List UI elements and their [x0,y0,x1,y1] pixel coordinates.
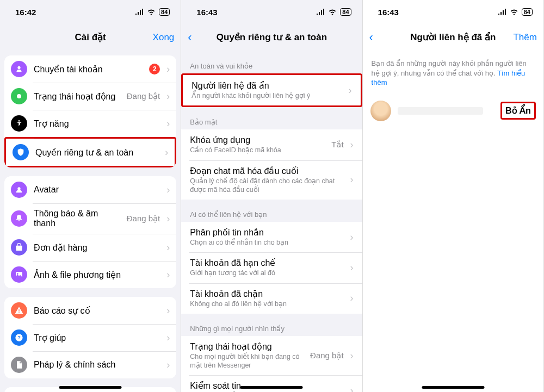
row-value: Đang bật [310,351,344,360]
section-visibility: Trạng thái hoạt động Cho mọi người biết … [181,336,362,392]
accessibility-row[interactable]: Trợ năng › [4,110,176,137]
row-label: Chuyển tài khoản [34,64,143,74]
row-label: Pháp lý & chính sách [34,360,160,370]
hidden-contacts-content: Bạn đã ẩn những người này khỏi phần ngườ… [363,51,543,392]
row-sub: Không cho ai đó liên hệ với bạn [190,300,343,308]
chevron-right-icon: › [166,332,170,344]
row-sub: Cho mọi người biết khi bạn đang có mặt t… [190,352,304,370]
chevron-right-icon: › [350,232,354,243]
switch-account-icon [11,61,27,77]
home-indicator[interactable] [422,386,484,389]
row-value: Đang bật [127,91,160,101]
help-row[interactable]: ? Trợ giúp › [4,324,176,351]
page-title: Người liên hệ đã ẩn [410,32,496,43]
row-label: Báo cáo sự cố [34,306,160,316]
report-issue-row[interactable]: Báo cáo sự cố › [4,297,176,324]
section-header: Những gì mọi người nhìn thấy [181,314,362,336]
row-label: Phân phối tin nhắn [190,227,343,238]
blocked-accounts-row[interactable]: Tài khoản đã chặn Không cho ai đó liên h… [181,283,362,314]
home-indicator[interactable] [59,386,122,389]
privacy-safety-row[interactable]: Quyền riêng tư & an toàn › [4,137,176,167]
row-label: Trạng thái hoạt động [34,91,120,102]
status-indicators: 84 [135,8,170,16]
status-time: 16:42 [15,8,36,17]
status-bar: 16:42 84 [0,0,181,24]
home-indicator[interactable] [240,386,303,389]
chevron-right-icon: › [166,359,170,371]
contact-avatar[interactable] [370,101,391,121]
settings-group-3: Báo cáo sự cố › ? Trợ giúp › Pháp lý & c… [4,297,176,378]
active-status-vis-row[interactable]: Trạng thái hoạt động Cho mọi người biết … [181,336,362,376]
restricted-accounts-row[interactable]: Tài khoản đã hạn chế Giới hạn tương tác … [181,252,362,283]
media-icon [11,266,27,283]
unhide-button[interactable]: Bỏ Ẩn [500,102,536,120]
story-control-row[interactable]: Kiểm soát tin Chọn ai có thể xem tin của… [181,375,362,392]
app-lock-row[interactable]: Khóa ứng dụng Cần có FaceID hoặc mã khóa… [181,129,362,160]
row-sub: Cần có FaceID hoặc mã khóa [190,146,325,154]
settings-content: Chuyển tài khoản 2 › Trạng thái hoạt độn… [0,51,181,392]
section-security: Khóa ứng dụng Cần có FaceID hoặc mã khóa… [181,129,362,200]
signal-icon [498,8,506,16]
chevron-right-icon: › [166,242,170,253]
chevron-right-icon: › [350,293,354,304]
help-icon: ? [11,329,27,346]
chevron-left-icon: ‹ [188,30,191,45]
e2e-chats-row[interactable]: Đoạn chat mã hóa đầu cuối Quản lý chế độ… [181,160,362,200]
row-value: Đang bật [127,214,160,223]
svg-point-1 [18,120,20,122]
svg-point-2 [17,187,20,190]
wifi-icon [510,8,518,16]
signal-icon [135,8,144,16]
row-label: Đoạn chat mã hóa đầu cuối [190,166,343,176]
wifi-icon [147,8,156,16]
svg-text:?: ? [17,335,21,340]
back-button[interactable]: ‹ [363,24,380,51]
message-delivery-row[interactable]: Phân phối tin nhắn Chọn ai có thể nhắn t… [181,222,362,252]
avatar-row[interactable]: Avatar › [4,176,176,203]
wifi-icon [328,8,337,16]
row-label: Thông báo & âm thanh [34,209,120,228]
active-status-row[interactable]: Trạng thái hoạt động Đang bật › [4,83,176,110]
status-bar: 16:43 84 [363,0,543,24]
settings-group-2: Avatar › Thông báo & âm thanh Đang bật ›… [4,176,176,288]
chevron-right-icon: › [350,262,354,273]
back-button[interactable]: ‹ [181,24,198,51]
battery-icon: 84 [522,8,533,16]
switch-account-row[interactable]: Chuyển tài khoản 2 › [4,55,176,83]
row-label: Trạng thái hoạt động [190,341,304,352]
page-title: Quyền riêng tư & an toàn [217,32,327,43]
svg-point-4 [17,273,18,275]
status-time: 16:43 [378,8,399,17]
row-label: Trợ năng [34,119,160,129]
legal-row[interactable]: Pháp lý & chính sách › [4,351,176,378]
nav-header: ‹ Quyền riêng tư & an toàn [181,24,362,51]
hidden-contacts-screen: 16:43 84 ‹ Người liên hệ đã ẩn Thêm Bạn … [363,0,544,392]
nav-header: ‹ Người liên hệ đã ẩn Thêm [363,24,543,51]
hidden-contacts-row[interactable]: Người liên hệ đã ẩn Ẩn người khác khỏi n… [181,73,362,107]
row-value: Tắt [331,140,343,150]
chevron-right-icon: › [165,147,168,158]
hidden-contact-row: Bỏ Ẩn [363,97,543,125]
row-sub: Quản lý chế độ cài đặt dành cho các đoạn… [190,177,343,195]
done-button[interactable]: Xong [146,24,181,51]
row-label: Quyền riêng tư & an toàn [35,147,158,158]
row-label: Người liên hệ đã ẩn [191,80,342,91]
media-row[interactable]: Ảnh & file phương tiện › [4,261,176,288]
warning-icon [11,302,27,319]
row-label: Avatar [34,185,160,195]
section-header: Ai có thể liên hệ với bạn [181,200,362,222]
orders-row[interactable]: Đơn đặt hàng › [4,234,176,261]
chevron-right-icon: › [166,91,170,102]
chevron-right-icon: › [350,350,354,362]
chevron-right-icon: › [166,184,170,196]
section-header: An toàn và vui khỏe [181,51,362,73]
nav-header: Cài đặt Xong [0,24,181,51]
battery-icon: 84 [159,8,170,16]
notifications-row[interactable]: Thông báo & âm thanh Đang bật › [4,203,176,234]
contact-name-placeholder [398,107,484,115]
bell-icon [11,210,27,227]
add-button[interactable]: Thêm [506,24,543,51]
settings-group-1: Chuyển tài khoản 2 › Trạng thái hoạt độn… [4,55,176,167]
privacy-safety-screen: 16:43 84 ‹ Quyền riêng tư & an toàn An t… [181,0,362,392]
row-label: Khóa ứng dụng [190,135,325,145]
